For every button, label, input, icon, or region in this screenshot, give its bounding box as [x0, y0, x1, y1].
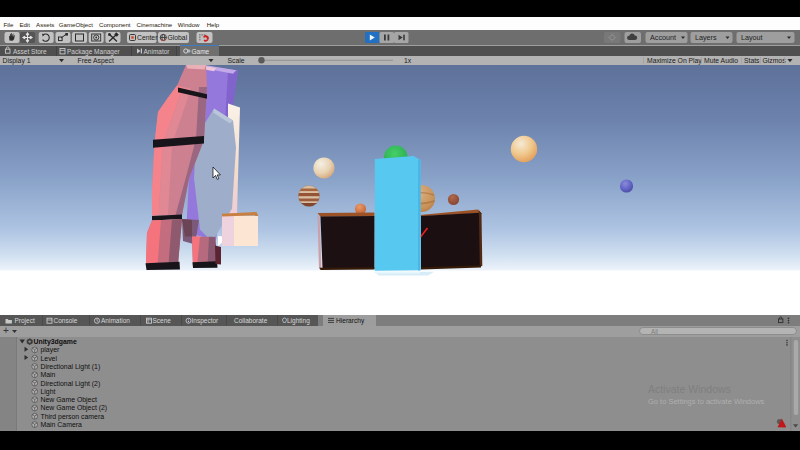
svg-text:Account: Account — [650, 33, 676, 42]
svg-text:Layers: Layers — [695, 33, 717, 42]
svg-text:Global: Global — [168, 34, 188, 41]
svg-text:Layout: Layout — [741, 33, 763, 42]
svg-text:Center: Center — [137, 34, 158, 41]
